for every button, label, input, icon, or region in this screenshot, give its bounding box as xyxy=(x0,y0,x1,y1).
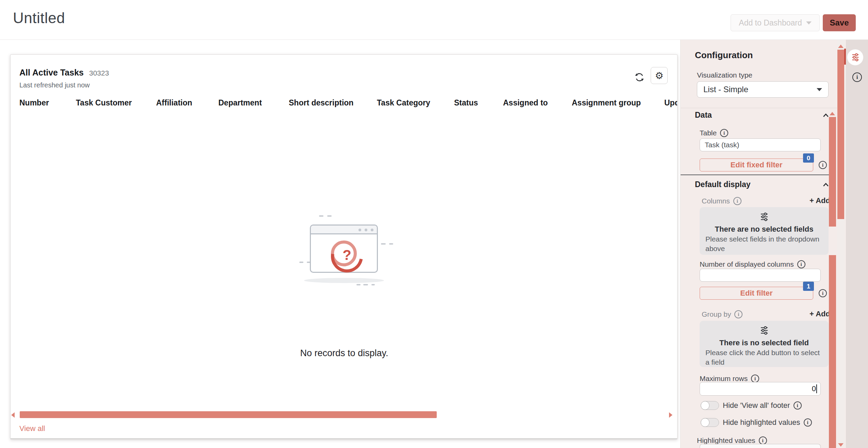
panel-scrollbar-thumb[interactable] xyxy=(829,255,836,448)
dash-decoration xyxy=(327,215,332,217)
edit-fixed-filter-button[interactable]: Edit fixed filter xyxy=(700,159,813,171)
displayed-columns-input[interactable] xyxy=(700,269,821,282)
empty-state-message: No records to display. xyxy=(11,348,678,359)
browser-window-illustration: ? xyxy=(310,225,378,273)
info-tab-button[interactable]: i xyxy=(852,72,862,82)
table-label: Table xyxy=(700,129,728,137)
active-tab-indicator xyxy=(844,49,846,65)
refresh-icon xyxy=(634,72,645,83)
data-section-header: Data xyxy=(695,111,712,120)
scroll-down-icon[interactable] xyxy=(838,443,844,447)
info-icon[interactable] xyxy=(759,436,767,445)
column-header-task-customer[interactable]: Task Customer xyxy=(76,98,156,113)
chevron-down-icon xyxy=(806,21,812,24)
maximum-rows-label: Maximum rows xyxy=(700,375,759,383)
displayed-columns-label: Number of displayed columns xyxy=(700,260,805,268)
vertical-scrollbar-thumb[interactable] xyxy=(837,50,844,219)
configuration-title: Configuration xyxy=(695,50,753,61)
column-header-updated[interactable]: Upd xyxy=(664,98,678,113)
top-bar: Untitled Add to Dashboard Save xyxy=(0,0,868,40)
column-header-assigned-to[interactable]: Assigned to xyxy=(503,98,572,113)
scroll-right-icon[interactable] xyxy=(669,412,672,418)
chevron-down-icon xyxy=(817,88,822,91)
scroll-left-icon[interactable] xyxy=(11,412,15,418)
info-icon[interactable] xyxy=(819,289,827,297)
window-dot-icon xyxy=(358,229,361,231)
scroll-up-icon[interactable] xyxy=(838,45,844,48)
column-header-number[interactable]: Number xyxy=(19,98,76,113)
column-header-status[interactable]: Status xyxy=(454,98,503,113)
browser-window-titlebar xyxy=(311,226,377,234)
dash-decoration xyxy=(363,284,368,285)
maximum-rows-value: 0 xyxy=(812,384,816,393)
add-to-dashboard-button[interactable]: Add to Dashboard xyxy=(731,14,820,31)
panel-scrollbar-thumb[interactable] xyxy=(829,117,836,227)
group-by-empty-text: Please click the Add button to select a … xyxy=(705,348,823,367)
dash-decoration xyxy=(389,243,393,245)
sliders-icon xyxy=(759,326,769,336)
toggle-knob xyxy=(701,401,710,410)
question-mark-icon: ? xyxy=(334,247,360,263)
info-icon[interactable] xyxy=(734,310,742,318)
horizontal-scrollbar-thumb[interactable] xyxy=(20,411,437,418)
visualization-type-label: Visualization type xyxy=(697,71,752,79)
dash-decoration xyxy=(381,243,386,245)
info-icon[interactable] xyxy=(733,197,741,205)
table-input[interactable] xyxy=(700,138,821,151)
sliders-icon xyxy=(759,212,769,222)
report-title: All Active Tasks30323 xyxy=(19,68,109,78)
info-icon: i xyxy=(856,74,858,81)
dash-decoration xyxy=(371,284,375,285)
section-divider xyxy=(681,175,835,175)
dash-decoration xyxy=(356,284,361,285)
record-count: 30323 xyxy=(89,69,109,77)
empty-state-illustration: ? xyxy=(290,212,399,289)
group-by-empty-state: There is no selected field Please click … xyxy=(700,321,829,367)
maximum-rows-input[interactable]: 0 xyxy=(700,382,821,396)
last-refreshed-text: Last refreshed just now xyxy=(19,81,90,89)
text-cursor xyxy=(816,384,817,393)
save-button[interactable]: Save xyxy=(823,14,856,31)
column-header-affiliation[interactable]: Affiliation xyxy=(156,98,218,113)
table-header-row: Number Task Customer Affiliation Departm… xyxy=(11,98,678,113)
sliders-icon xyxy=(851,53,860,62)
column-header-department[interactable]: Department xyxy=(218,98,289,113)
illustration-shadow xyxy=(304,278,384,283)
info-icon[interactable] xyxy=(720,129,728,137)
group-by-label: Group by xyxy=(702,310,742,318)
edit-filter-button[interactable]: Edit filter xyxy=(700,287,813,300)
visualization-type-value: List - Simple xyxy=(703,85,748,94)
settings-button[interactable]: ⚙ xyxy=(651,67,668,84)
save-label: Save xyxy=(830,18,849,28)
report-preview-card: All Active Tasks30323 Last refreshed jus… xyxy=(10,54,678,439)
info-icon[interactable] xyxy=(819,161,827,169)
info-icon[interactable] xyxy=(797,260,805,268)
vertical-scrollbar-track[interactable] xyxy=(837,40,845,448)
columns-label: Columns xyxy=(702,197,741,205)
group-by-empty-title: There is no selected field xyxy=(705,338,823,347)
hide-highlighted-label: Hide highlighted values xyxy=(723,418,812,427)
columns-empty-state: There are no selected fields Please sele… xyxy=(700,207,829,255)
highlighted-values-label: Highlighted values xyxy=(697,436,767,445)
refresh-button[interactable] xyxy=(634,72,645,83)
add-group-by-button[interactable]: + Add xyxy=(796,310,830,318)
visualization-type-select[interactable]: List - Simple xyxy=(697,81,829,98)
filter-count-badge: 1 xyxy=(803,282,814,291)
column-header-assignment-group[interactable]: Assignment group xyxy=(572,98,664,113)
column-header-short-description[interactable]: Short description xyxy=(289,98,377,113)
page-title: Untitled xyxy=(13,10,65,27)
configuration-tab-button[interactable] xyxy=(847,49,863,65)
highlighted-values-field[interactable] xyxy=(700,444,821,448)
section-divider xyxy=(681,108,837,108)
info-icon[interactable] xyxy=(804,418,812,427)
info-icon[interactable] xyxy=(794,401,802,410)
view-all-link[interactable]: View all xyxy=(19,424,45,433)
hide-view-all-label: Hide 'View all' footer xyxy=(723,401,802,410)
gear-icon: ⚙ xyxy=(655,70,663,81)
hide-highlighted-toggle[interactable] xyxy=(701,418,719,427)
hide-view-all-toggle[interactable] xyxy=(701,401,719,410)
add-columns-button[interactable]: + Add xyxy=(796,196,830,205)
info-icon[interactable] xyxy=(751,375,759,383)
column-header-task-category[interactable]: Task Category xyxy=(377,98,454,113)
panel-scroll-up-icon[interactable] xyxy=(830,112,835,115)
